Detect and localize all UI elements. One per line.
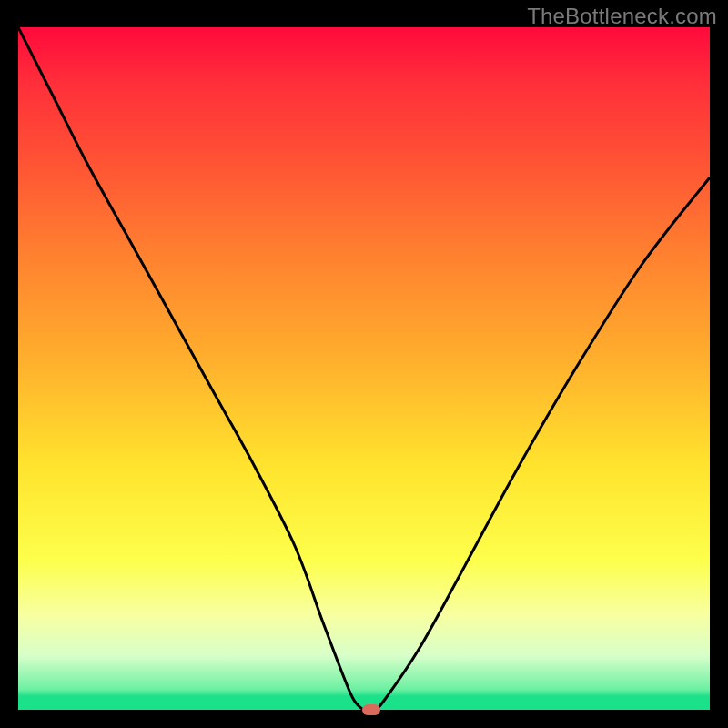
optimal-point-marker (362, 704, 380, 715)
watermark-text: TheBottleneck.com (527, 4, 717, 29)
bottleneck-curve (18, 27, 710, 710)
bottleneck-curve-path (18, 27, 710, 710)
plot-area (18, 27, 710, 710)
chart-frame: TheBottleneck.com (0, 0, 728, 728)
